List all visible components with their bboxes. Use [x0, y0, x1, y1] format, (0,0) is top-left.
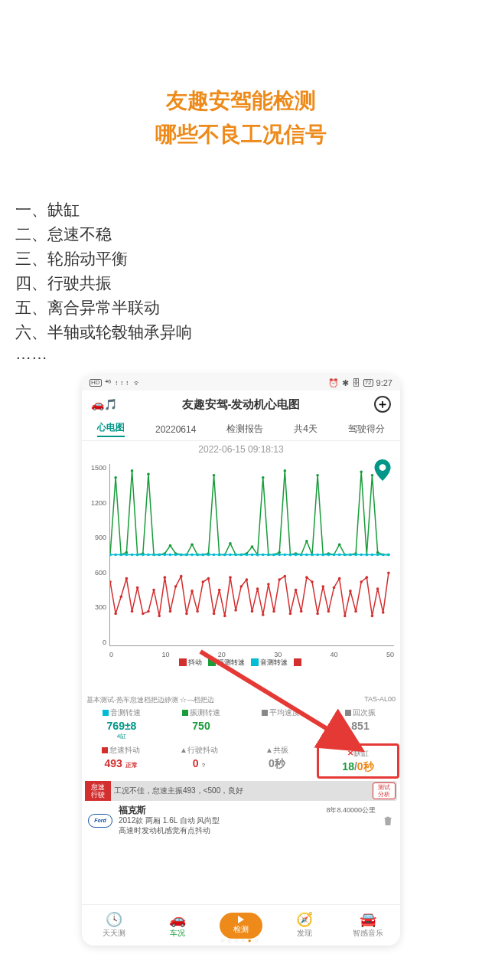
- vehicle-note: 高速时发动机感觉有点抖动: [119, 825, 376, 835]
- svg-point-153: [371, 554, 374, 557]
- statusbar-left: HD⁴⁶᛬᛬᛬ᯤ: [90, 378, 142, 388]
- svg-point-136: [278, 554, 281, 557]
- svg-point-11: [164, 576, 167, 579]
- svg-point-109: [131, 554, 134, 557]
- svg-point-146: [333, 554, 336, 557]
- svg-point-95: [338, 543, 341, 546]
- svg-point-57: [131, 469, 134, 472]
- tab-bar: 心电图 20220614 检测报告 共4天 驾驶得分: [82, 418, 400, 441]
- svg-point-132: [256, 554, 259, 557]
- svg-point-99: [360, 471, 363, 474]
- svg-point-1: [110, 580, 112, 583]
- status-badge: 怠速行驶: [85, 781, 111, 801]
- svg-point-31: [272, 610, 275, 613]
- add-button[interactable]: ＋: [374, 396, 391, 413]
- chart-subnote: 基本测试-热车怠速档把边静测 ☆—档把边 TAS-AL00: [82, 695, 400, 705]
- play-icon: [238, 916, 244, 923]
- list-item: 三、轮胎动平衡: [15, 247, 467, 271]
- clock-icon: 🕓: [106, 913, 122, 926]
- tab-report[interactable]: 检测报告: [226, 423, 263, 436]
- app-screenshot: HD⁴⁶᛬᛬᛬ᯤ ⏰✱🗄729:27 🚗🎵 友趣安驾-发动机心电图 ＋ 心电图 …: [82, 375, 400, 946]
- svg-point-60: [147, 473, 150, 476]
- svg-point-152: [366, 554, 369, 557]
- svg-point-106: [114, 554, 117, 557]
- svg-point-34: [289, 612, 292, 616]
- svg-point-4: [125, 577, 129, 580]
- svg-point-42: [333, 586, 336, 590]
- svg-point-147: [338, 554, 341, 557]
- svg-point-13: [174, 585, 177, 588]
- svg-point-135: [272, 554, 275, 557]
- svg-point-46: [354, 610, 357, 613]
- svg-point-49: [371, 615, 374, 618]
- svg-point-52: [387, 571, 390, 574]
- svg-point-75: [229, 542, 232, 545]
- svg-point-108: [125, 554, 129, 557]
- svg-point-37: [305, 576, 308, 579]
- svg-point-16: [191, 590, 194, 593]
- music-car-icon: 🚘: [360, 913, 376, 926]
- svg-point-112: [147, 554, 150, 557]
- svg-point-145: [327, 554, 331, 557]
- status-strip: 怠速行驶 工况不佳，怠速主振493，<500，良好 测试分析: [85, 781, 397, 801]
- svg-point-91: [316, 474, 319, 477]
- feature-list: 一、缺缸 二、怠速不稳 三、轮胎动平衡 四、行驶共振 五、离合异常半联动 六、半…: [0, 152, 482, 345]
- list-item: 四、行驶共振: [15, 271, 467, 296]
- subnote-left: 基本测试-热车怠速档把边静测 ☆—档把边: [86, 695, 215, 705]
- tab-date[interactable]: 20220614: [155, 424, 196, 435]
- svg-point-118: [180, 554, 183, 557]
- svg-point-10: [158, 615, 161, 618]
- svg-point-143: [316, 554, 319, 557]
- svg-point-115: [164, 554, 167, 557]
- svg-point-149: [349, 554, 352, 557]
- svg-point-5: [131, 610, 134, 613]
- svg-point-151: [360, 554, 363, 557]
- vehicle-model: 福克斯: [119, 805, 146, 815]
- svg-point-3: [119, 596, 122, 599]
- svg-point-47: [360, 580, 363, 583]
- tab-days[interactable]: 共4天: [294, 423, 318, 436]
- svg-point-89: [305, 540, 308, 543]
- svg-point-27: [251, 610, 254, 613]
- list-item: 五、离合异常半联动: [15, 296, 467, 320]
- svg-point-117: [174, 554, 177, 557]
- svg-point-19: [207, 577, 210, 580]
- trash-icon[interactable]: [382, 815, 394, 827]
- svg-point-126: [223, 554, 226, 557]
- svg-point-121: [196, 554, 199, 557]
- app-title: 友趣安驾-发动机心电图: [82, 397, 400, 412]
- svg-point-140: [300, 554, 303, 557]
- svg-point-128: [234, 554, 237, 557]
- vehicle-row[interactable]: Ford 福克斯 8年8.40000公里 2012款 两厢 1.6L 自动 风尚…: [82, 802, 400, 838]
- metric-cell: ▲行驶抖动0 ?: [160, 743, 238, 779]
- svg-point-156: [387, 554, 390, 557]
- metrics-grid: 音测转速769±84缸振测转速750平均速度回次振851 怠速抖动493 正常▲…: [82, 705, 400, 779]
- svg-point-48: [366, 576, 369, 579]
- metric-cell: 振测转速750: [161, 705, 241, 743]
- svg-point-68: [191, 543, 194, 546]
- list-ellipsis: ……: [0, 345, 482, 363]
- chart-area: 150012009006003000 01020304050 抖动振测转速音测转…: [82, 458, 400, 695]
- svg-point-122: [201, 554, 204, 557]
- svg-point-44: [344, 615, 347, 618]
- svg-point-35: [295, 589, 298, 592]
- svg-point-154: [376, 554, 379, 557]
- svg-point-51: [382, 611, 385, 614]
- metric-cell: 平均速度: [241, 705, 321, 743]
- svg-point-133: [262, 554, 265, 557]
- y-axis-ticks: 150012009006003000: [85, 462, 108, 646]
- svg-point-144: [321, 554, 324, 557]
- compass-icon: 🧭: [296, 913, 313, 926]
- svg-point-23: [229, 576, 232, 579]
- analyze-button[interactable]: 测试分析: [373, 782, 396, 799]
- tab-ecg[interactable]: 心电图: [97, 421, 125, 437]
- svg-point-33: [284, 575, 287, 578]
- svg-point-110: [136, 554, 139, 557]
- line-chart: 150012009006003000 01020304050 抖动振测转速音测转…: [85, 462, 397, 669]
- vehicle-mileage: 8年8.40000公里: [326, 805, 376, 815]
- vehicle-info: 福克斯 8年8.40000公里 2012款 两厢 1.6L 自动 风尚型 高速时…: [119, 805, 376, 835]
- vehicle-desc: 2012款 两厢 1.6L 自动 风尚型: [119, 815, 376, 825]
- svg-point-120: [191, 554, 194, 557]
- tab-score[interactable]: 驾驶得分: [348, 423, 385, 436]
- heading-line-1: 友趣安驾能检测: [0, 84, 482, 118]
